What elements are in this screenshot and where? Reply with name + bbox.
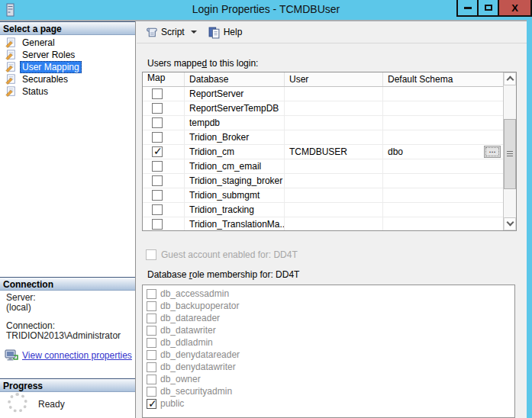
scrollbar-thumb[interactable] — [504, 119, 516, 189]
sidebar-item-securables[interactable]: Securables — [0, 73, 135, 85]
role-name: public — [160, 398, 184, 409]
table-row[interactable]: Tridion_tracking — [143, 203, 516, 217]
chevron-down-icon — [191, 31, 197, 34]
column-header-database: Database — [185, 72, 285, 86]
role-item[interactable]: db_datawriter — [147, 324, 514, 336]
role-checkbox[interactable] — [147, 314, 156, 323]
property-page-icon — [5, 86, 16, 97]
map-checkbox[interactable] — [152, 175, 163, 186]
script-button[interactable]: Script — [142, 23, 200, 41]
scroll-down-button[interactable] — [504, 217, 516, 230]
map-checkbox[interactable] — [152, 204, 163, 215]
help-button[interactable]: Help — [205, 23, 246, 41]
thumb-grip-icon — [507, 151, 513, 157]
cell-database: Tridion_cm_email — [185, 159, 285, 173]
cell-user — [285, 87, 383, 101]
window-title: Login Properties - TCMDBUser — [0, 3, 532, 15]
cell-schema — [383, 101, 503, 115]
role-item[interactable]: db_datareader — [147, 312, 514, 324]
map-checkbox[interactable] — [152, 190, 163, 201]
table-scrollbar[interactable] — [503, 72, 516, 230]
close-button[interactable]: X — [498, 0, 532, 17]
sidebar-item-general[interactable]: General — [0, 37, 135, 49]
scroll-up-button[interactable] — [504, 72, 516, 85]
role-checkbox[interactable] — [147, 362, 156, 372]
select-page-header: Select a page — [0, 21, 135, 35]
connection-header: Connection — [0, 277, 135, 291]
role-checkbox[interactable] — [147, 399, 156, 409]
browse-schema-button[interactable]: ... — [484, 146, 501, 158]
property-page-icon — [5, 50, 16, 60]
role-item[interactable]: db_owner — [147, 373, 514, 385]
column-header-default-schema: Default Schema — [383, 72, 503, 86]
role-item[interactable]: db_backupoperator — [147, 300, 514, 312]
cell-user — [285, 217, 383, 231]
sidebar-item-server-roles[interactable]: Server Roles — [0, 49, 135, 61]
page-list: General Server Roles User Mapping Secura… — [0, 37, 135, 98]
table-row[interactable]: Tridion_cm_email — [143, 159, 516, 174]
sidebar: Select a page General Server Roles User … — [0, 21, 136, 418]
table-row[interactable]: Tridion_staging_broker — [143, 174, 516, 188]
progress-status: Ready — [38, 399, 65, 410]
window-controls: X — [458, 0, 532, 17]
role-checkbox[interactable] — [147, 387, 156, 397]
sidebar-item-label: Status — [20, 85, 50, 98]
progress-status-row: Ready — [8, 393, 65, 413]
chevron-up-icon — [506, 76, 514, 84]
cell-user — [285, 188, 383, 202]
role-name: db_denydatawriter — [160, 362, 236, 372]
role-name: db_accessadmin — [160, 288, 229, 299]
login-properties-dialog: Login Properties - TCMDBUser X Select a … — [0, 0, 532, 418]
role-checkbox[interactable] — [147, 338, 156, 348]
view-connection-properties[interactable]: View connection properties — [5, 349, 132, 362]
user-mapping-table: Map Database User Default Schema ReportS… — [142, 72, 517, 231]
table-row[interactable]: Tridion_submgmt — [143, 188, 516, 203]
maximize-button[interactable] — [477, 0, 499, 17]
monitor-refresh-icon — [5, 349, 19, 362]
sidebar-item-status[interactable]: Status — [0, 85, 135, 98]
cell-database: Tridion_TranslationMa... — [185, 217, 285, 231]
role-item[interactable]: db_securityadmin — [147, 385, 514, 397]
map-checkbox[interactable] — [152, 146, 163, 157]
window-right-border — [527, 20, 532, 418]
view-connection-properties-link[interactable]: View connection properties — [22, 350, 132, 361]
role-checkbox[interactable] — [147, 350, 156, 360]
role-checkbox[interactable] — [147, 375, 156, 384]
map-checkbox[interactable] — [152, 88, 163, 99]
map-checkbox[interactable] — [152, 132, 163, 143]
role-item[interactable]: db_ddladmin — [147, 336, 514, 349]
table-row[interactable]: Tridion_Broker — [143, 130, 516, 145]
cell-schema — [383, 188, 503, 202]
map-checkbox[interactable] — [152, 117, 163, 128]
role-item[interactable]: db_denydatawriter — [147, 361, 514, 373]
cell-database: tempdb — [185, 116, 285, 130]
role-checkbox[interactable] — [147, 301, 156, 311]
role-name: db_owner — [160, 374, 201, 384]
property-page-icon — [5, 74, 16, 85]
map-checkbox[interactable] — [152, 103, 163, 114]
table-row[interactable]: Tridion_cm TCMDBUSER dbo — [143, 145, 516, 159]
role-item[interactable]: db_accessadmin — [147, 288, 514, 300]
toolbar: Script Help — [137, 21, 527, 43]
role-name: db_datareader — [160, 313, 220, 323]
cell-schema — [383, 217, 503, 231]
role-checkbox[interactable] — [147, 289, 156, 299]
script-button-label: Script — [161, 27, 185, 37]
sidebar-item-user-mapping[interactable]: User Mapping — [0, 61, 135, 73]
role-item[interactable]: public — [147, 397, 514, 410]
column-header-map: Map — [143, 72, 185, 86]
role-item[interactable]: db_denydatareader — [147, 349, 514, 361]
map-checkbox[interactable] — [152, 219, 163, 230]
minimize-button[interactable] — [456, 0, 479, 17]
help-icon — [208, 26, 221, 39]
table-row[interactable]: tempdb — [143, 116, 516, 130]
table-row[interactable]: ReportServer — [143, 87, 516, 101]
map-checkbox[interactable] — [152, 161, 163, 172]
cell-user — [285, 130, 383, 144]
sidebar-item-label: Server Roles — [20, 49, 77, 61]
role-checkbox[interactable] — [147, 326, 156, 336]
column-header-user: User — [285, 72, 383, 86]
table-row[interactable]: ReportServerTempDB — [143, 101, 516, 116]
table-row[interactable]: Tridion_TranslationMa... — [143, 217, 516, 231]
role-name: db_denydatareader — [160, 349, 240, 360]
